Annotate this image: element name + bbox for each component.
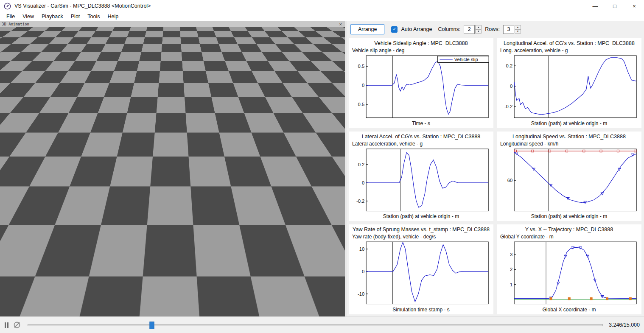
- svg-text:0: 0: [362, 180, 364, 185]
- animation-panel-header: 3D Animation ×: [0, 21, 345, 27]
- chart-title: Longitudinal Speed vs. Station : MPC_DLC…: [499, 134, 639, 140]
- minimize-button[interactable]: —: [585, 0, 605, 12]
- columns-input[interactable]: 2: [464, 25, 475, 34]
- chart-plot-area[interactable]: 0.20-0.2: [499, 54, 639, 120]
- chart-plot-area[interactable]: 0.20-0.2: [351, 147, 491, 213]
- chart-panel: Longitudinal Accel. of CG's vs. Station …: [497, 38, 641, 128]
- auto-arrange-checkbox[interactable]: ✓: [391, 26, 398, 33]
- svg-text:2: 2: [510, 267, 512, 272]
- menu-item-file[interactable]: File: [3, 13, 19, 20]
- animation-panel-title: 3D Animation: [2, 22, 29, 26]
- check-icon: ✓: [393, 27, 396, 31]
- auto-arrange-label: Auto Arrange: [401, 26, 432, 32]
- chart-y-axis-title: Global Y coordinate - m: [500, 234, 639, 240]
- svg-text:0.2: 0.2: [506, 63, 513, 68]
- arrange-button[interactable]: Arrange: [350, 24, 384, 34]
- timeline-slider[interactable]: [28, 321, 603, 329]
- chart-title: Y vs. X -- Trajectory : MPC_DLC3888: [499, 227, 639, 232]
- chart-x-axis-title: Station (path) at vehicle origin - m: [351, 213, 491, 220]
- svg-text:Vehicle slip: Vehicle slip: [454, 57, 478, 62]
- rows-spin-down-icon[interactable]: ▼: [515, 29, 521, 34]
- target-marker-left-icon: [153, 157, 154, 165]
- time-display: 3.246/15.000: [609, 322, 644, 328]
- pause-icon: [5, 322, 6, 328]
- chart-y-axis-title: Long. acceleration, vehicle - g: [500, 48, 639, 53]
- svg-text:0: 0: [510, 84, 512, 89]
- menu-item-playback[interactable]: Playback: [38, 13, 67, 20]
- rows-input[interactable]: 3: [503, 25, 514, 34]
- chart-panel: Longitudinal Speed vs. Station : MPC_DLC…: [497, 132, 641, 221]
- svg-text:-10: -10: [358, 291, 364, 297]
- svg-text:-0.5: -0.5: [356, 102, 364, 107]
- chart-plot-area[interactable]: 321: [499, 240, 639, 306]
- timeline-track[interactable]: [28, 324, 603, 326]
- menu-item-view[interactable]: View: [19, 13, 38, 20]
- rows-spinner: 3 ▲ ▼: [503, 25, 521, 34]
- timeline-thumb[interactable]: [150, 322, 154, 329]
- chart-y-axis-title: Longitudinal speed - km/h: [500, 141, 639, 147]
- menu-item-plot[interactable]: Plot: [67, 13, 84, 20]
- svg-text:60: 60: [507, 178, 512, 183]
- chart-y-axis-title: Yaw rate (body-fixed), vehicle - deg/s: [352, 234, 491, 240]
- chart-title: Yaw Rate of Sprung Masses vs. t_stamp : …: [351, 227, 491, 232]
- chart-title: Lateral Accel. of CG's vs. Station : MPC…: [351, 134, 491, 140]
- app-logo-icon: [4, 3, 11, 10]
- repeat-off-button[interactable]: [11, 320, 23, 330]
- chart-title: Vehicle Sideslip Angle : MPC_DLC3888: [351, 40, 491, 46]
- chart-x-axis-title: Global X coordinate - m: [499, 306, 639, 313]
- svg-text:1: 1: [510, 282, 512, 287]
- svg-text:0.2: 0.2: [358, 162, 365, 167]
- rows-label: Rows:: [485, 26, 500, 32]
- chart-panel: Lateral Accel. of CG's vs. Station : MPC…: [349, 132, 493, 221]
- titlebar: VS Visualizer - CarSim - MPC_DLC3888 <Mo…: [0, 0, 644, 12]
- playback-bar: 3.246/15.000: [0, 316, 644, 333]
- columns-spinner: 2 ▲ ▼: [464, 25, 482, 34]
- menubar: File View Playback Plot Tools Help: [0, 12, 644, 22]
- menu-item-tools[interactable]: Tools: [84, 13, 104, 20]
- svg-text:0: 0: [362, 83, 364, 88]
- chart-title: Longitudinal Accel. of CG's vs. Station …: [499, 40, 639, 46]
- svg-text:-0.2: -0.2: [504, 104, 512, 109]
- chart-plot-area[interactable]: 100-10: [351, 240, 491, 306]
- plots-panel: Arrange ✓ Auto Arrange Columns: 2 ▲ ▼ Ro…: [347, 21, 644, 317]
- chart-y-axis-title: Vehicle slip angle - deg: [352, 48, 491, 53]
- svg-text:10: 10: [359, 246, 364, 252]
- window-title: VS Visualizer - CarSim - MPC_DLC3888 <Mo…: [14, 3, 151, 9]
- menu-item-help[interactable]: Help: [104, 13, 123, 20]
- plot-toolbar: Arrange ✓ Auto Arrange Columns: 2 ▲ ▼ Ro…: [347, 21, 644, 37]
- chart-panel: Vehicle Sideslip Angle : MPC_DLC3888 Veh…: [349, 38, 493, 128]
- vehicle-car: [152, 149, 187, 174]
- svg-text:3: 3: [510, 252, 512, 257]
- columns-spin-up-icon[interactable]: ▲: [475, 25, 482, 29]
- chart-y-axis-title: Lateral acceleration, vehicle - g: [352, 141, 491, 147]
- chart-plot-area[interactable]: 0.50-0.5Vehicle slip: [351, 54, 491, 120]
- chart-x-axis-title: Station (path) at vehicle origin - m: [499, 213, 639, 220]
- chart-plot-area[interactable]: 60: [499, 147, 639, 213]
- maximize-button[interactable]: □: [605, 0, 624, 12]
- animation-viewport[interactable]: [0, 27, 345, 317]
- chart-x-axis-title: Simulation time stamp - s: [351, 306, 491, 313]
- chart-x-axis-title: Station (path) at vehicle origin - m: [499, 120, 639, 127]
- columns-label: Columns:: [438, 26, 460, 32]
- rows-spin-up-icon[interactable]: ▲: [515, 25, 521, 29]
- animation-close-button[interactable]: ×: [338, 22, 343, 27]
- chart-panel: Y vs. X -- Trajectory : MPC_DLC3888 Glob…: [497, 224, 641, 314]
- animation-panel: 3D Animation ×: [0, 21, 345, 317]
- target-marker-right-icon: [182, 157, 184, 165]
- main-area: 3D Animation × Arrange: [0, 21, 644, 317]
- columns-spin-down-icon[interactable]: ▼: [475, 29, 482, 34]
- charts-grid: Vehicle Sideslip Angle : MPC_DLC3888 Veh…: [347, 37, 644, 317]
- repeat-off-icon: [13, 321, 21, 329]
- svg-text:0.5: 0.5: [358, 64, 365, 69]
- pause-button[interactable]: [3, 320, 11, 330]
- close-button[interactable]: ×: [624, 0, 644, 12]
- svg-text:-0.2: -0.2: [356, 198, 364, 203]
- chart-panel: Yaw Rate of Sprung Masses vs. t_stamp : …: [349, 224, 493, 314]
- chart-x-axis-title: Time - s: [351, 120, 491, 127]
- svg-text:0: 0: [362, 269, 364, 274]
